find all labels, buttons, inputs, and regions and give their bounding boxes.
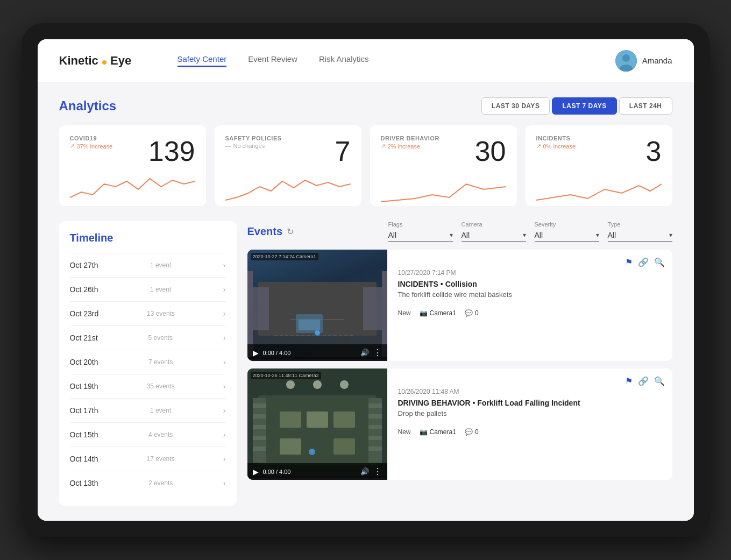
filter-flags-select[interactable]: All ▾ <box>388 229 453 242</box>
trend-flat-safety: — <box>225 143 231 149</box>
filter-camera-group: Camera All ▾ <box>462 221 526 242</box>
svg-point-34 <box>286 380 295 389</box>
trend-arrow-driver: ↗ <box>381 143 386 150</box>
metric-label-covid: COVID19 <box>70 135 113 141</box>
filter-type-arrow: ▾ <box>669 231 672 239</box>
metric-label-driver: DRIVER BEHAVIOR <box>381 135 439 141</box>
comment-icon-1: 💬 <box>465 428 473 436</box>
timeline-title: Timeline <box>70 232 226 244</box>
timeline-date-9: Oct 13th <box>70 479 98 487</box>
nav-safety-center[interactable]: Safety Center <box>178 54 227 67</box>
svg-rect-26 <box>368 436 382 440</box>
filter-flags-label: Flags <box>388 221 453 228</box>
event-status-0: New <box>398 309 411 317</box>
timeline-date-6: Oct 17th <box>70 406 98 415</box>
trend-arrow-covid: ↗ <box>70 143 75 150</box>
timeline-date-3: Oct 21st <box>70 334 98 342</box>
svg-point-36 <box>340 380 349 389</box>
event-camera-1: 📷 Camera1 <box>420 428 456 436</box>
comment-icon-0: 💬 <box>465 309 473 317</box>
timeline-date-0: Oct 27th <box>70 261 98 270</box>
metric-card-safety: SAFETY POLICIES — No changes 7 <box>215 125 361 206</box>
timeline-item-9[interactable]: Oct 13th 2 events › <box>70 471 226 495</box>
timeline-item-4[interactable]: Oct 20th 7 events › <box>70 350 226 374</box>
svg-rect-25 <box>368 425 382 429</box>
timeline-count-2: 13 events <box>147 310 175 317</box>
event-actions-1: ⚑ 🔗 🔍 <box>625 376 665 386</box>
timeline-item-0[interactable]: Oct 27th 1 event › <box>70 253 226 277</box>
timeline-count-4: 7 events <box>148 358 173 366</box>
filter-type-select[interactable]: All ▾ <box>608 229 672 242</box>
filter-severity-select[interactable]: All ▾ <box>535 229 599 242</box>
event-time-0: 10/27/2020 7:14 PM <box>398 269 662 277</box>
nav-risk-analytics[interactable]: Risk Analytics <box>319 54 369 67</box>
metric-card-covid: COVID19 ↗ 37% increase 139 <box>59 125 206 206</box>
event-desc-1: Drop the pallets <box>398 409 662 417</box>
filter-camera-arrow: ▾ <box>523 231 526 239</box>
timeline-item-6[interactable]: Oct 17th 1 event › <box>70 398 226 422</box>
video-timestamp-0: 2020-10-27 7:14:24 Camera1 <box>251 253 318 260</box>
flag-icon-0[interactable]: ⚑ <box>625 257 633 267</box>
time-filter-30days[interactable]: LAST 30 DAYS <box>481 97 550 115</box>
camera-icon-0: 📷 <box>420 309 428 317</box>
time-filter-24h[interactable]: LAST 24H <box>619 97 672 115</box>
video-controls-1: ▶ 0:00 / 4:00 🔊 ⋮ <box>247 463 387 480</box>
timeline-item-1[interactable]: Oct 26th 1 event › <box>70 277 226 301</box>
timeline-item-5[interactable]: Oct 19th 35 events › <box>70 374 226 398</box>
event-details-0: ⚑ 🔗 🔍 10/27/2020 7:14 PM INCIDENTS • Col… <box>387 250 672 361</box>
volume-icon-1[interactable]: 🔊 <box>360 467 369 476</box>
svg-rect-17 <box>253 403 266 408</box>
timeline-count-6: 1 event <box>150 407 171 414</box>
timeline-count-0: 1 event <box>150 261 171 269</box>
main-nav: Safety Center Event Review Risk Analytic… <box>178 54 615 67</box>
svg-rect-24 <box>368 414 382 419</box>
event-type-0: INCIDENTS • Collision <box>398 280 662 288</box>
timeline-panel: Timeline Oct 27th 1 event › Oct 26th 1 e… <box>59 221 237 506</box>
timeline-item-7[interactable]: Oct 15th 4 events › <box>70 422 226 446</box>
search-icon-1[interactable]: 🔍 <box>654 376 665 386</box>
filter-camera-select[interactable]: All ▾ <box>462 229 526 242</box>
play-button-1[interactable]: ▶ <box>253 467 259 476</box>
filter-camera-value: All <box>462 231 470 239</box>
event-video-0: 2020-10-27 7:14:24 Camera1 ▶ 0:00 / 4:00… <box>247 250 387 361</box>
camera-icon-1: 📷 <box>420 428 428 436</box>
more-icon-0[interactable]: ⋮ <box>373 348 382 358</box>
play-button-0[interactable]: ▶ <box>253 349 259 357</box>
link-icon-1[interactable]: 🔗 <box>638 376 649 386</box>
event-camera-0: 📷 Camera1 <box>420 309 456 317</box>
events-header: Events ↻ Flags All ▾ <box>247 221 672 242</box>
timeline-count-3: 5 events <box>148 334 173 342</box>
svg-rect-27 <box>368 446 382 451</box>
metric-cards: COVID19 ↗ 37% increase 139 <box>59 125 672 206</box>
logo-dot <box>102 60 107 65</box>
event-comments-1: 💬 0 <box>465 428 479 436</box>
timeline-item-3[interactable]: Oct 21st 5 events › <box>70 325 226 350</box>
timeline-item-8[interactable]: Oct 14th 17 events › <box>70 446 226 471</box>
filters-row: Flags All ▾ Camera All ▾ <box>388 221 672 242</box>
nav-event-review[interactable]: Event Review <box>248 54 297 67</box>
svg-rect-32 <box>333 438 355 455</box>
filter-type-group: Type All ▾ <box>608 221 672 242</box>
svg-point-35 <box>313 380 322 389</box>
timeline-count-8: 17 events <box>147 455 175 463</box>
user-area: Amanda <box>615 50 672 72</box>
more-icon-1[interactable]: ⋮ <box>373 466 382 477</box>
event-status-1: New <box>398 428 411 436</box>
time-display-0: 0:00 / 4:00 <box>263 350 356 356</box>
timeline-date-7: Oct 15th <box>70 430 98 439</box>
avatar <box>615 50 637 72</box>
time-display-1: 0:00 / 4:00 <box>263 469 356 475</box>
search-icon-0[interactable]: 🔍 <box>654 257 665 267</box>
svg-rect-23 <box>368 403 382 408</box>
timeline-item-2[interactable]: Oct 23rd 13 events › <box>70 301 226 325</box>
svg-rect-28 <box>280 412 301 428</box>
bottom-section: Timeline Oct 27th 1 event › Oct 26th 1 e… <box>59 221 672 506</box>
time-filter-7days[interactable]: LAST 7 DAYS <box>552 97 616 115</box>
volume-icon-0[interactable]: 🔊 <box>360 349 369 357</box>
filter-severity-arrow: ▾ <box>596 231 599 239</box>
link-icon-0[interactable]: 🔗 <box>638 257 649 267</box>
refresh-icon[interactable]: ↻ <box>287 226 294 237</box>
flag-icon-1[interactable]: ⚑ <box>625 376 633 386</box>
metric-trend-incidents: ↗ 0% increase <box>536 143 576 150</box>
metric-card-driver: DRIVER BEHAVIOR ↗ 2% increase 30 <box>370 125 517 206</box>
